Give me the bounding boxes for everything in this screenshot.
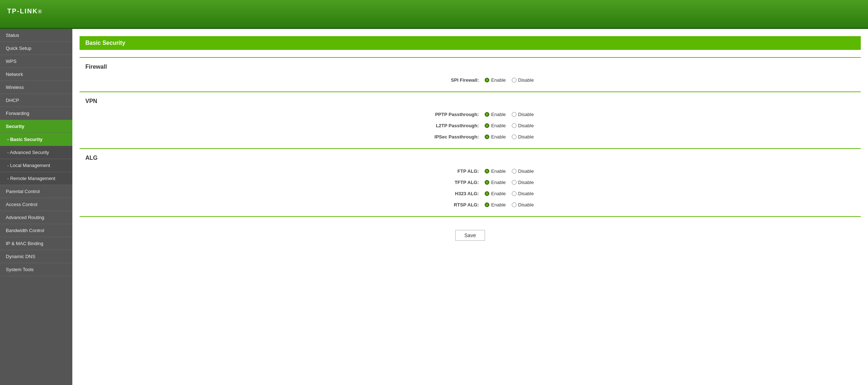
sidebar-item-network[interactable]: Network (0, 68, 72, 81)
radio-tftp-enable[interactable] (485, 180, 489, 185)
sidebar-item-local-management[interactable]: - Local Management (0, 159, 72, 172)
radio-ftp-disable[interactable] (512, 169, 516, 174)
radio-ftp-enable[interactable] (485, 169, 489, 174)
radio-option-ftp-enable[interactable]: Enable (485, 168, 506, 174)
sidebar-item-remote-management[interactable]: - Remote Management (0, 172, 72, 185)
sidebar-item-forwarding[interactable]: Forwarding (0, 107, 72, 120)
section-title-firewall: Firewall (80, 64, 861, 74)
sidebar-item-status[interactable]: Status (0, 29, 72, 42)
section-vpn: VPNPPTP Passthrough:EnableDisableL2TP Pa… (80, 91, 861, 148)
sidebar-item-advanced-security[interactable]: - Advanced Security (0, 146, 72, 159)
sidebar-item-advanced-routing[interactable]: Advanced Routing (0, 211, 72, 224)
label-rtsp-alg: RTSP ALG: (407, 202, 479, 208)
radio-l2tp-disable[interactable] (512, 123, 516, 128)
form-row-rtsp-alg: RTSP ALG:EnableDisable (80, 199, 861, 210)
sections-container: FirewallSPI Firewall:EnableDisableVPNPPT… (80, 57, 861, 217)
label-tftp-enable[interactable]: Enable (491, 180, 506, 185)
radio-group-rtsp-alg: EnableDisable (485, 202, 534, 208)
radio-spi-disable[interactable] (512, 78, 516, 82)
label-ipsec-enable[interactable]: Enable (491, 134, 506, 140)
radio-group-pptp: EnableDisable (485, 112, 534, 117)
label-ftp-alg: FTP ALG: (407, 168, 479, 174)
label-ipsec-disable[interactable]: Disable (518, 134, 534, 140)
label-l2tp-disable[interactable]: Disable (518, 123, 534, 128)
sidebar-item-wps[interactable]: WPS (0, 55, 72, 68)
sidebar-item-basic-security[interactable]: - Basic Security (0, 133, 72, 146)
label-spi-firewall: SPI Firewall: (407, 77, 479, 83)
header: TP-LINK® (0, 0, 868, 29)
sidebar-item-dynamic-dns[interactable]: Dynamic DNS (0, 250, 72, 263)
label-h323-disable[interactable]: Disable (518, 191, 534, 196)
radio-ipsec-disable[interactable] (512, 134, 516, 139)
label-ftp-disable[interactable]: Disable (518, 168, 534, 174)
sidebar-item-parental-control[interactable]: Parental Control (0, 185, 72, 198)
radio-group-h323-alg: EnableDisable (485, 191, 534, 196)
radio-option-rtsp-enable[interactable]: Enable (485, 202, 506, 208)
sidebar-item-dhcp[interactable]: DHCP (0, 94, 72, 107)
section-firewall: FirewallSPI Firewall:EnableDisable (80, 57, 861, 91)
label-rtsp-enable[interactable]: Enable (491, 202, 506, 208)
section-alg: ALGFTP ALG:EnableDisableTFTP ALG:EnableD… (80, 148, 861, 217)
label-ftp-enable[interactable]: Enable (491, 168, 506, 174)
label-spi-disable[interactable]: Disable (518, 77, 534, 83)
radio-group-spi-firewall: EnableDisable (485, 77, 534, 83)
radio-option-ftp-disable[interactable]: Disable (512, 168, 534, 174)
radio-option-tftp-enable[interactable]: Enable (485, 180, 506, 185)
radio-rtsp-disable[interactable] (512, 202, 516, 207)
label-l2tp: L2TP Passthrough: (407, 123, 479, 128)
save-row: Save (80, 224, 861, 247)
label-spi-enable[interactable]: Enable (491, 77, 506, 83)
radio-ipsec-enable[interactable] (485, 134, 489, 139)
logo: TP-LINK® (7, 7, 42, 21)
radio-option-rtsp-disable[interactable]: Disable (512, 202, 534, 208)
radio-option-pptp-enable[interactable]: Enable (485, 112, 506, 117)
form-row-ftp-alg: FTP ALG:EnableDisable (80, 166, 861, 177)
radio-option-spi-disable[interactable]: Disable (512, 77, 534, 83)
radio-l2tp-enable[interactable] (485, 123, 489, 128)
section-title-alg: ALG (80, 155, 861, 166)
label-pptp-enable[interactable]: Enable (491, 112, 506, 117)
label-rtsp-disable[interactable]: Disable (518, 202, 534, 208)
sidebar-item-access-control[interactable]: Access Control (0, 198, 72, 211)
radio-group-l2tp: EnableDisable (485, 123, 534, 128)
radio-option-spi-enable[interactable]: Enable (485, 77, 506, 83)
radio-option-tftp-disable[interactable]: Disable (512, 180, 534, 185)
label-tftp-alg: TFTP ALG: (407, 180, 479, 185)
sidebar-item-security[interactable]: Security (0, 120, 72, 133)
radio-option-h323-disable[interactable]: Disable (512, 191, 534, 196)
label-h323-alg: H323 ALG: (407, 191, 479, 196)
radio-option-ipsec-enable[interactable]: Enable (485, 134, 506, 140)
sidebar-item-ip-mac-binding[interactable]: IP & MAC Binding (0, 237, 72, 250)
sidebar-item-quick-setup[interactable]: Quick Setup (0, 42, 72, 55)
sidebar-item-wireless[interactable]: Wireless (0, 81, 72, 94)
main-content: Basic Security FirewallSPI Firewall:Enab… (72, 29, 868, 385)
label-pptp: PPTP Passthrough: (407, 112, 479, 117)
radio-pptp-enable[interactable] (485, 112, 489, 117)
form-row-h323-alg: H323 ALG:EnableDisable (80, 188, 861, 199)
form-row-tftp-alg: TFTP ALG:EnableDisable (80, 177, 861, 188)
radio-pptp-disable[interactable] (512, 112, 516, 117)
label-ipsec: IPSec Passthrough: (407, 134, 479, 140)
radio-option-h323-enable[interactable]: Enable (485, 191, 506, 196)
label-pptp-disable[interactable]: Disable (518, 112, 534, 117)
sidebar-item-system-tools[interactable]: System Tools (0, 263, 72, 276)
radio-option-ipsec-disable[interactable]: Disable (512, 134, 534, 140)
radio-h323-disable[interactable] (512, 191, 516, 196)
page-title: Basic Security (80, 36, 861, 50)
radio-tftp-disable[interactable] (512, 180, 516, 185)
radio-spi-enable[interactable] (485, 78, 489, 82)
radio-option-l2tp-enable[interactable]: Enable (485, 123, 506, 128)
radio-option-pptp-disable[interactable]: Disable (512, 112, 534, 117)
label-tftp-disable[interactable]: Disable (518, 180, 534, 185)
logo-text: TP-LINK (7, 8, 38, 15)
radio-rtsp-enable[interactable] (485, 202, 489, 207)
form-row-ipsec: IPSec Passthrough:EnableDisable (80, 131, 861, 142)
label-l2tp-enable[interactable]: Enable (491, 123, 506, 128)
save-button[interactable]: Save (455, 230, 485, 241)
radio-option-l2tp-disable[interactable]: Disable (512, 123, 534, 128)
radio-group-tftp-alg: EnableDisable (485, 180, 534, 185)
radio-h323-enable[interactable] (485, 191, 489, 196)
label-h323-enable[interactable]: Enable (491, 191, 506, 196)
radio-group-ftp-alg: EnableDisable (485, 168, 534, 174)
sidebar-item-bandwidth-control[interactable]: Bandwidth Control (0, 224, 72, 237)
